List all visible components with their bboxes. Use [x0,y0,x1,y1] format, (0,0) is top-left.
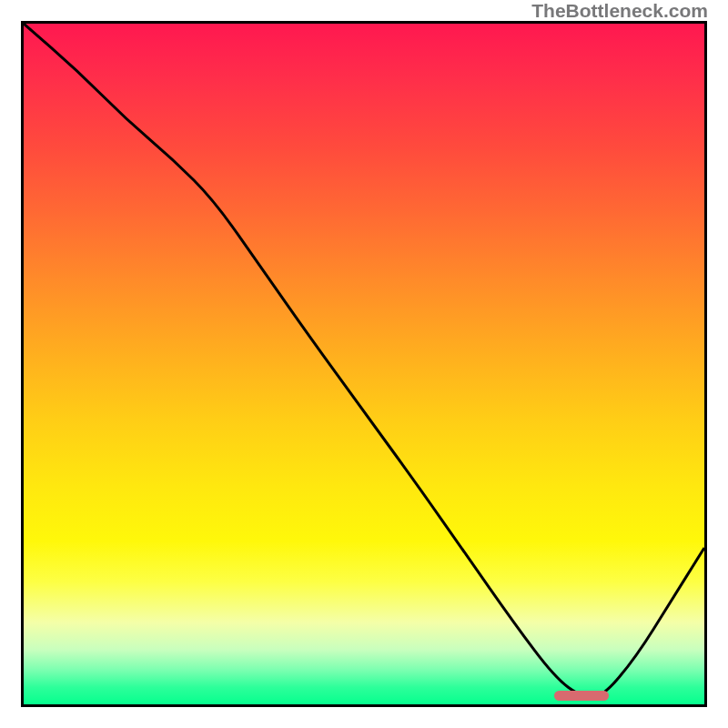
watermark-text: TheBottleneck.com [531,0,708,22]
optimal-range-marker [554,691,609,701]
plot-area [21,21,707,707]
gradient-background [24,24,704,704]
chart-frame: TheBottleneck.com [0,0,728,728]
